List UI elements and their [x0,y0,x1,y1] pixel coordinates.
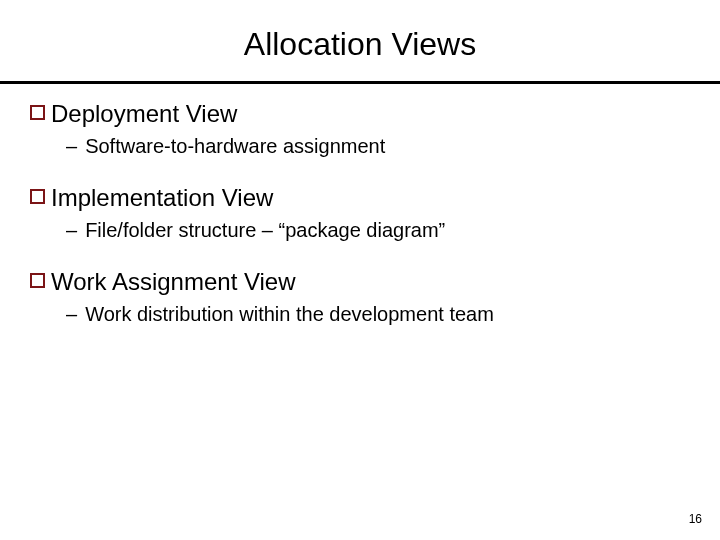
level2-text: Work distribution within the development… [85,302,494,326]
list-item: Deployment View – Software-to-hardware a… [30,100,690,158]
level1-text: Deployment View [51,100,237,128]
level1-row: Work Assignment View [30,268,690,296]
level2-text: File/folder structure – “package diagram… [85,218,445,242]
level2-row: – Software-to-hardware assignment [30,134,690,158]
list-item: Implementation View – File/folder struct… [30,184,690,242]
slide-title: Allocation Views [0,0,720,81]
level2-row: – Work distribution within the developme… [30,302,690,326]
square-bullet-icon [30,273,45,288]
level1-text: Work Assignment View [51,268,296,296]
page-number: 16 [689,512,702,526]
dash-bullet-icon: – [66,302,77,326]
level2-row: – File/folder structure – “package diagr… [30,218,690,242]
list-item: Work Assignment View – Work distribution… [30,268,690,326]
dash-bullet-icon: – [66,134,77,158]
dash-bullet-icon: – [66,218,77,242]
square-bullet-icon [30,105,45,120]
square-bullet-icon [30,189,45,204]
level1-row: Implementation View [30,184,690,212]
level1-row: Deployment View [30,100,690,128]
slide: Allocation Views Deployment View – Softw… [0,0,720,540]
level1-text: Implementation View [51,184,273,212]
slide-content: Deployment View – Software-to-hardware a… [0,84,720,326]
level2-text: Software-to-hardware assignment [85,134,385,158]
